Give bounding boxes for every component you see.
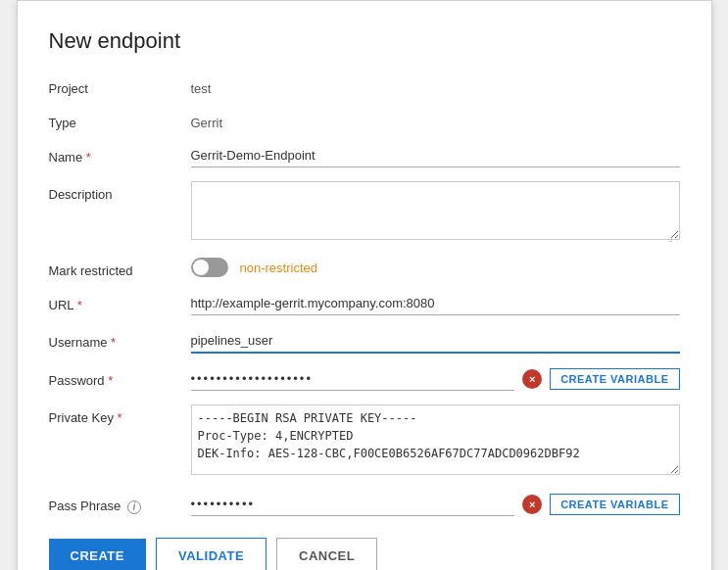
name-required: * [86, 150, 91, 165]
restricted-toggle[interactable] [191, 258, 228, 277]
cancel-button[interactable]: CANCEL [276, 538, 377, 570]
private-key-row: Private Key * [49, 404, 680, 479]
description-row: Description ⌟ [49, 181, 680, 244]
password-input[interactable] [191, 367, 515, 391]
pass-phrase-clear-button[interactable]: × [522, 495, 542, 514]
pass-phrase-row: Pass Phrase i × CREATE VARIABLE [49, 493, 680, 516]
pass-phrase-label: Pass Phrase i [49, 493, 191, 514]
dialog-title: New endpoint [49, 28, 680, 54]
url-input[interactable] [191, 292, 680, 315]
url-required: * [77, 298, 82, 312]
pass-phrase-create-variable-button[interactable]: CREATE VARIABLE [550, 494, 679, 515]
mark-restricted-label: Mark restricted [49, 258, 191, 278]
resize-handle: ⌟ [668, 232, 678, 242]
name-label: Name * [49, 144, 191, 165]
type-label: Type [49, 110, 191, 130]
project-label: Project [49, 75, 191, 96]
pass-phrase-info-icon[interactable]: i [127, 500, 141, 514]
type-value: Gerrit [191, 110, 680, 130]
password-create-variable-button[interactable]: CREATE VARIABLE [550, 368, 679, 390]
password-required: * [108, 373, 113, 388]
private-key-textarea[interactable] [191, 404, 680, 475]
name-input[interactable] [191, 144, 680, 167]
name-row: Name * [49, 144, 680, 167]
pass-phrase-input[interactable] [191, 493, 515, 516]
description-textarea[interactable] [191, 181, 680, 240]
project-value: test [191, 75, 680, 96]
username-input[interactable] [191, 329, 680, 354]
password-label: Password * [49, 367, 191, 388]
password-clear-button[interactable]: × [522, 369, 542, 389]
username-row: Username * [49, 329, 680, 354]
description-label: Description [49, 181, 191, 202]
url-label: URL * [49, 292, 191, 312]
private-key-label: Private Key * [49, 404, 191, 425]
username-required: * [111, 335, 116, 350]
private-key-required: * [118, 410, 122, 425]
validate-button[interactable]: VALIDATE [156, 538, 267, 570]
toggle-group: non-restricted [191, 258, 317, 277]
toggle-knob [193, 260, 209, 275]
password-field-group: × CREATE VARIABLE [191, 367, 680, 391]
new-endpoint-dialog: New endpoint Project test Type Gerrit Na… [17, 0, 712, 570]
create-button[interactable]: CREATE [49, 539, 146, 570]
url-row: URL * [49, 292, 680, 315]
project-row: Project test [49, 75, 680, 96]
username-label: Username * [49, 329, 191, 350]
password-row: Password * × CREATE VARIABLE [49, 367, 680, 391]
type-row: Type Gerrit [49, 110, 680, 130]
mark-restricted-row: Mark restricted non-restricted [49, 258, 680, 278]
pass-phrase-field-group: × CREATE VARIABLE [191, 493, 680, 516]
toggle-state-label: non-restricted [240, 261, 317, 275]
footer-buttons: CREATE VALIDATE CANCEL [49, 538, 680, 570]
